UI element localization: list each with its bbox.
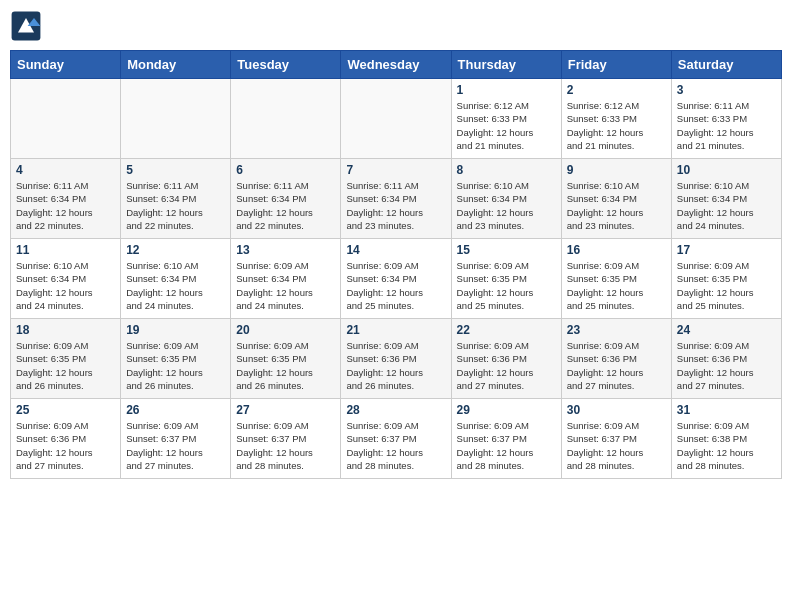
day-info: Sunrise: 6:11 AM Sunset: 6:34 PM Dayligh… <box>16 179 115 232</box>
calendar-cell: 17Sunrise: 6:09 AM Sunset: 6:35 PM Dayli… <box>671 239 781 319</box>
calendar-cell: 21Sunrise: 6:09 AM Sunset: 6:36 PM Dayli… <box>341 319 451 399</box>
calendar-cell: 5Sunrise: 6:11 AM Sunset: 6:34 PM Daylig… <box>121 159 231 239</box>
weekday-wednesday: Wednesday <box>341 51 451 79</box>
weekday-saturday: Saturday <box>671 51 781 79</box>
page-header <box>10 10 782 42</box>
day-info: Sunrise: 6:09 AM Sunset: 6:36 PM Dayligh… <box>457 339 556 392</box>
day-number: 20 <box>236 323 335 337</box>
day-number: 1 <box>457 83 556 97</box>
logo <box>10 10 46 42</box>
day-number: 15 <box>457 243 556 257</box>
day-number: 24 <box>677 323 776 337</box>
day-number: 21 <box>346 323 445 337</box>
day-number: 27 <box>236 403 335 417</box>
day-number: 11 <box>16 243 115 257</box>
calendar-cell: 3Sunrise: 6:11 AM Sunset: 6:33 PM Daylig… <box>671 79 781 159</box>
day-info: Sunrise: 6:09 AM Sunset: 6:35 PM Dayligh… <box>677 259 776 312</box>
calendar-cell: 26Sunrise: 6:09 AM Sunset: 6:37 PM Dayli… <box>121 399 231 479</box>
day-number: 26 <box>126 403 225 417</box>
calendar-cell: 30Sunrise: 6:09 AM Sunset: 6:37 PM Dayli… <box>561 399 671 479</box>
calendar-cell: 13Sunrise: 6:09 AM Sunset: 6:34 PM Dayli… <box>231 239 341 319</box>
day-number: 3 <box>677 83 776 97</box>
calendar-cell <box>121 79 231 159</box>
day-number: 5 <box>126 163 225 177</box>
calendar-week-1: 1Sunrise: 6:12 AM Sunset: 6:33 PM Daylig… <box>11 79 782 159</box>
day-number: 22 <box>457 323 556 337</box>
calendar-cell: 16Sunrise: 6:09 AM Sunset: 6:35 PM Dayli… <box>561 239 671 319</box>
day-info: Sunrise: 6:09 AM Sunset: 6:35 PM Dayligh… <box>567 259 666 312</box>
day-number: 30 <box>567 403 666 417</box>
day-info: Sunrise: 6:10 AM Sunset: 6:34 PM Dayligh… <box>677 179 776 232</box>
day-info: Sunrise: 6:09 AM Sunset: 6:34 PM Dayligh… <box>346 259 445 312</box>
weekday-sunday: Sunday <box>11 51 121 79</box>
day-number: 14 <box>346 243 445 257</box>
weekday-thursday: Thursday <box>451 51 561 79</box>
calendar-cell: 14Sunrise: 6:09 AM Sunset: 6:34 PM Dayli… <box>341 239 451 319</box>
calendar-cell: 2Sunrise: 6:12 AM Sunset: 6:33 PM Daylig… <box>561 79 671 159</box>
logo-icon <box>10 10 42 42</box>
day-number: 2 <box>567 83 666 97</box>
day-number: 25 <box>16 403 115 417</box>
day-info: Sunrise: 6:09 AM Sunset: 6:35 PM Dayligh… <box>236 339 335 392</box>
day-info: Sunrise: 6:09 AM Sunset: 6:34 PM Dayligh… <box>236 259 335 312</box>
day-number: 10 <box>677 163 776 177</box>
day-info: Sunrise: 6:09 AM Sunset: 6:36 PM Dayligh… <box>346 339 445 392</box>
calendar-cell: 27Sunrise: 6:09 AM Sunset: 6:37 PM Dayli… <box>231 399 341 479</box>
calendar-cell: 10Sunrise: 6:10 AM Sunset: 6:34 PM Dayli… <box>671 159 781 239</box>
day-number: 29 <box>457 403 556 417</box>
calendar-cell: 15Sunrise: 6:09 AM Sunset: 6:35 PM Dayli… <box>451 239 561 319</box>
weekday-tuesday: Tuesday <box>231 51 341 79</box>
day-info: Sunrise: 6:12 AM Sunset: 6:33 PM Dayligh… <box>567 99 666 152</box>
day-info: Sunrise: 6:09 AM Sunset: 6:37 PM Dayligh… <box>457 419 556 472</box>
day-info: Sunrise: 6:09 AM Sunset: 6:36 PM Dayligh… <box>16 419 115 472</box>
day-number: 9 <box>567 163 666 177</box>
calendar-cell <box>231 79 341 159</box>
calendar-cell: 24Sunrise: 6:09 AM Sunset: 6:36 PM Dayli… <box>671 319 781 399</box>
calendar-table: SundayMondayTuesdayWednesdayThursdayFrid… <box>10 50 782 479</box>
day-info: Sunrise: 6:10 AM Sunset: 6:34 PM Dayligh… <box>16 259 115 312</box>
calendar-cell: 12Sunrise: 6:10 AM Sunset: 6:34 PM Dayli… <box>121 239 231 319</box>
day-number: 7 <box>346 163 445 177</box>
calendar-week-2: 4Sunrise: 6:11 AM Sunset: 6:34 PM Daylig… <box>11 159 782 239</box>
day-info: Sunrise: 6:09 AM Sunset: 6:35 PM Dayligh… <box>16 339 115 392</box>
day-info: Sunrise: 6:10 AM Sunset: 6:34 PM Dayligh… <box>567 179 666 232</box>
day-info: Sunrise: 6:10 AM Sunset: 6:34 PM Dayligh… <box>126 259 225 312</box>
calendar-cell: 20Sunrise: 6:09 AM Sunset: 6:35 PM Dayli… <box>231 319 341 399</box>
day-number: 12 <box>126 243 225 257</box>
day-number: 8 <box>457 163 556 177</box>
day-info: Sunrise: 6:09 AM Sunset: 6:36 PM Dayligh… <box>677 339 776 392</box>
day-info: Sunrise: 6:09 AM Sunset: 6:37 PM Dayligh… <box>346 419 445 472</box>
calendar-week-3: 11Sunrise: 6:10 AM Sunset: 6:34 PM Dayli… <box>11 239 782 319</box>
day-number: 13 <box>236 243 335 257</box>
day-info: Sunrise: 6:11 AM Sunset: 6:34 PM Dayligh… <box>346 179 445 232</box>
calendar-cell: 22Sunrise: 6:09 AM Sunset: 6:36 PM Dayli… <box>451 319 561 399</box>
day-number: 18 <box>16 323 115 337</box>
calendar-cell: 28Sunrise: 6:09 AM Sunset: 6:37 PM Dayli… <box>341 399 451 479</box>
day-info: Sunrise: 6:11 AM Sunset: 6:33 PM Dayligh… <box>677 99 776 152</box>
calendar-cell: 9Sunrise: 6:10 AM Sunset: 6:34 PM Daylig… <box>561 159 671 239</box>
day-info: Sunrise: 6:09 AM Sunset: 6:37 PM Dayligh… <box>567 419 666 472</box>
calendar-cell: 8Sunrise: 6:10 AM Sunset: 6:34 PM Daylig… <box>451 159 561 239</box>
calendar-cell: 11Sunrise: 6:10 AM Sunset: 6:34 PM Dayli… <box>11 239 121 319</box>
day-info: Sunrise: 6:09 AM Sunset: 6:37 PM Dayligh… <box>236 419 335 472</box>
day-number: 23 <box>567 323 666 337</box>
day-info: Sunrise: 6:09 AM Sunset: 6:38 PM Dayligh… <box>677 419 776 472</box>
day-info: Sunrise: 6:11 AM Sunset: 6:34 PM Dayligh… <box>126 179 225 232</box>
day-number: 6 <box>236 163 335 177</box>
calendar-week-4: 18Sunrise: 6:09 AM Sunset: 6:35 PM Dayli… <box>11 319 782 399</box>
day-info: Sunrise: 6:12 AM Sunset: 6:33 PM Dayligh… <box>457 99 556 152</box>
day-number: 31 <box>677 403 776 417</box>
calendar-cell: 29Sunrise: 6:09 AM Sunset: 6:37 PM Dayli… <box>451 399 561 479</box>
day-info: Sunrise: 6:09 AM Sunset: 6:36 PM Dayligh… <box>567 339 666 392</box>
calendar-cell: 31Sunrise: 6:09 AM Sunset: 6:38 PM Dayli… <box>671 399 781 479</box>
weekday-friday: Friday <box>561 51 671 79</box>
day-number: 17 <box>677 243 776 257</box>
calendar-cell: 7Sunrise: 6:11 AM Sunset: 6:34 PM Daylig… <box>341 159 451 239</box>
day-number: 4 <box>16 163 115 177</box>
day-number: 16 <box>567 243 666 257</box>
day-info: Sunrise: 6:10 AM Sunset: 6:34 PM Dayligh… <box>457 179 556 232</box>
day-number: 28 <box>346 403 445 417</box>
day-number: 19 <box>126 323 225 337</box>
weekday-monday: Monday <box>121 51 231 79</box>
day-info: Sunrise: 6:11 AM Sunset: 6:34 PM Dayligh… <box>236 179 335 232</box>
